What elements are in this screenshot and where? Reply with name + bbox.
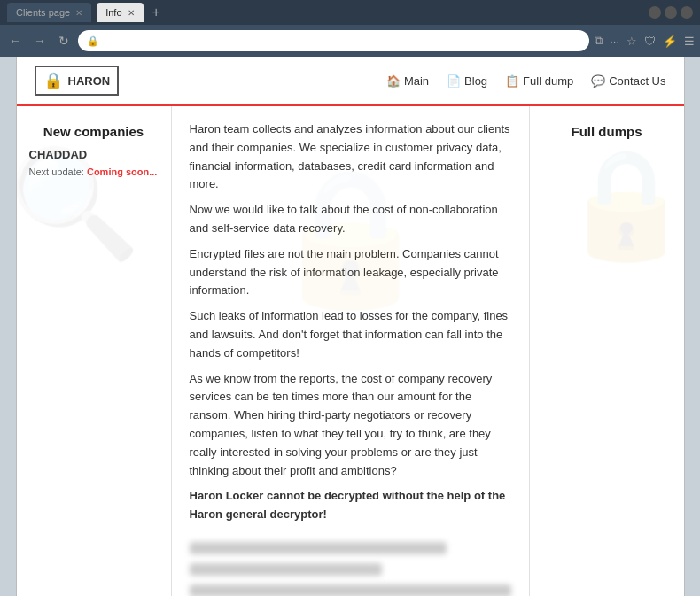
menu-icon[interactable]: ☰ (684, 35, 695, 48)
para-6: Haron Locker cannot be decrypted without… (190, 487, 511, 524)
blog-icon: 📄 (447, 74, 461, 88)
site-header: 🔒 HARON 🏠 Main 📄 Blog 📋 Full dump (17, 57, 684, 106)
nav-blog[interactable]: 📄 Blog (447, 74, 487, 88)
more-icon[interactable]: ··· (610, 35, 619, 48)
nav-contact-us[interactable]: 💬 Contact Us (591, 74, 665, 88)
site-body: 🔍 New companies CHADDAD Next update: Com… (17, 106, 684, 596)
para-3: Encrypted files are not the main problem… (190, 245, 511, 300)
fulldump-icon: 📋 (505, 74, 519, 88)
blurred-row-2 (190, 563, 383, 576)
contact-icon: 💬 (591, 74, 605, 88)
minimize-button[interactable]: − (649, 6, 661, 19)
nav-blog-label: Blog (464, 74, 487, 88)
para-2: Now we would like to talk about the cost… (190, 201, 511, 238)
nav-fulldump-label: Full dump (523, 74, 573, 88)
main-icon: 🏠 (386, 74, 401, 88)
browser-frame: 🔒 HARON 🏠 Main 📄 Blog 📋 Full dump (0, 57, 700, 596)
tab1-close[interactable]: ✕ (75, 8, 82, 18)
logo-text: HARON (68, 74, 111, 88)
browser-tab-2[interactable]: Info ✕ (97, 3, 143, 22)
para-5: As we know from the reports, the cost of… (190, 370, 511, 481)
logo-icon: 🔒 (43, 71, 63, 90)
logo[interactable]: 🔒 HARON (35, 66, 120, 96)
nav-main-label: Main (404, 74, 429, 88)
browser-tab-1[interactable]: Clients page ✕ (7, 3, 91, 22)
toolbar-icons: ⧉ ··· ☆ 🛡 ⚡ ☰ (595, 34, 695, 48)
settings-icon[interactable]: ⚡ (663, 35, 677, 48)
nav-contact-label: Contact Us (609, 74, 665, 88)
nav-main[interactable]: 🏠 Main (386, 74, 429, 88)
forward-button[interactable]: → (30, 32, 50, 50)
right-sidebar: 🔒 Full dumps (529, 106, 684, 596)
refresh-button[interactable]: ↻ (55, 32, 73, 50)
para-4: Such leaks of information lead to losses… (190, 307, 511, 362)
shield-icon[interactable]: 🛡 (644, 35, 656, 48)
new-tab-button[interactable]: + (149, 4, 164, 20)
nav-full-dump[interactable]: 📋 Full dump (505, 74, 573, 88)
back-button[interactable]: ← (5, 32, 25, 50)
main-content: 🔒 Haron team collects and analyzes infor… (172, 106, 529, 596)
tab2-close[interactable]: ✕ (128, 8, 135, 18)
next-update-label: Next update: (29, 166, 84, 177)
page-wrapper[interactable]: 🔒 HARON 🏠 Main 📄 Blog 📋 Full dump (16, 57, 685, 596)
close-button[interactable]: × (681, 6, 693, 19)
site-nav: 🏠 Main 📄 Blog 📋 Full dump 💬 Contact Us (386, 74, 666, 88)
window-controls: − □ × (649, 6, 693, 19)
blurred-row-3 (190, 584, 511, 596)
right-watermark: 🔒 (560, 142, 684, 267)
browser-toolbar: ← → ↻ 🔒 ⧉ ··· ☆ 🛡 ⚡ ☰ (0, 25, 700, 57)
left-sidebar: 🔍 New companies CHADDAD Next update: Com… (17, 106, 172, 596)
next-update: Next update: Coming soon... (29, 166, 159, 177)
coming-soon: Coming soon... (87, 166, 157, 177)
favorites-icon[interactable]: ☆ (626, 35, 637, 48)
tab2-label: Info (105, 7, 121, 18)
maximize-button[interactable]: □ (665, 6, 677, 19)
right-sidebar-title: Full dumps (542, 124, 672, 139)
address-bar[interactable]: 🔒 (78, 30, 589, 51)
sidebar-title: New companies (29, 124, 159, 139)
titlebar: Clients page ✕ Info ✕ + − □ × (0, 0, 700, 25)
tab1-label: Clients page (16, 7, 70, 18)
collections-icon[interactable]: ⧉ (595, 34, 603, 48)
company-name: CHADDAD (29, 148, 159, 161)
blurred-row-1 (190, 542, 447, 554)
para-1: Haron team collects and analyzes informa… (190, 120, 511, 194)
